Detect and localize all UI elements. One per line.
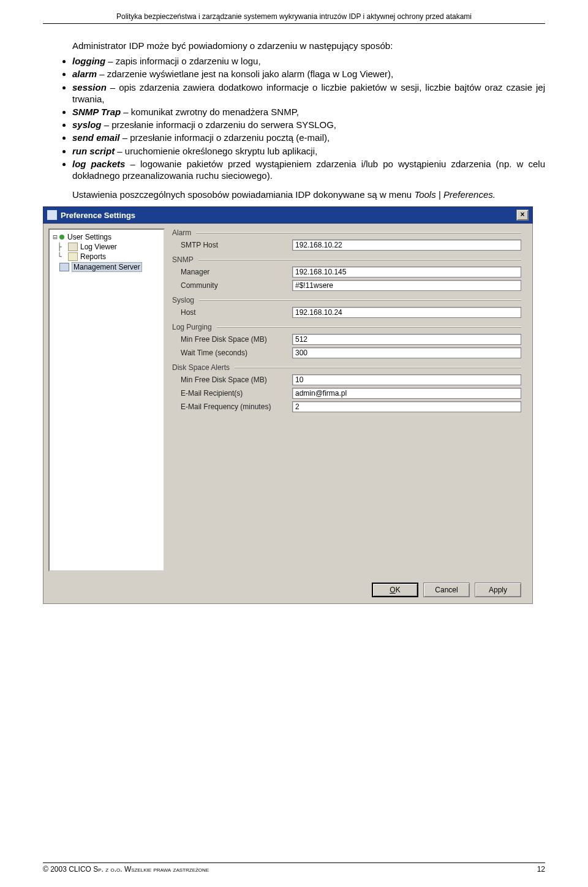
apply-button[interactable]: Apply [475,583,521,597]
label-wait-time: Wait Time (seconds) [181,349,292,357]
preference-dialog-figure: Preference Settings × ⊟ User Settings ├ … [43,206,533,604]
list-item: send email – przesłanie informacji o zda… [72,132,545,143]
label-community: Community [181,281,292,290]
bullet-list: logging – zapis informacji o zdarzeniu w… [43,55,545,181]
label-manager: Manager [181,268,292,276]
reports-icon [68,252,78,261]
nav-tree[interactable]: ⊟ User Settings ├ Log Viewer └ Reports [48,228,165,572]
list-item: alarm – zdarzenie wyświetlane jest na ko… [72,68,545,80]
dialog-body: ⊟ User Settings ├ Log Viewer └ Reports [43,224,533,604]
label-email-recip: E-Mail Recipient(s) [181,389,292,398]
page-number: 12 [537,865,545,874]
server-icon [59,263,69,271]
page-footer: © 2003 CLICO Sp. z o.o. Wszelkie prawa z… [43,862,545,874]
label-host: Host [181,308,292,317]
dialog-title: Preference Settings [61,211,135,220]
page-header: Polityka bezpieczeństwa i zarządzanie sy… [43,12,545,24]
community-input[interactable] [292,280,521,291]
tree-node-log-viewer[interactable]: ├ Log Viewer [51,242,162,252]
dialog-titlebar[interactable]: Preference Settings × [43,206,533,224]
tree-node-user-settings[interactable]: ⊟ User Settings [51,232,162,242]
host-input[interactable] [292,307,521,318]
lp-min-free-input[interactable] [292,334,521,345]
intro-paragraph: Administrator IDP może być powiadomiony … [43,40,545,51]
tree-node-management-server[interactable]: Management Server [51,262,162,273]
label-min-free-da: Min Free Disk Space (MB) [181,376,292,384]
group-syslog: Syslog Host [172,296,521,318]
group-alarm: Alarm SMTP Host [172,228,521,251]
tree-node-reports[interactable]: └ Reports [51,252,162,262]
da-min-free-input[interactable] [292,374,521,385]
list-item: log packets – logowanie pakietów przed w… [72,158,545,181]
label-min-free-lp: Min Free Disk Space (MB) [181,335,292,344]
group-snmp: SNMP Manager Community [172,255,521,291]
log-viewer-icon [68,243,78,251]
smtp-host-input[interactable] [292,240,521,251]
list-item: syslog – przesłanie informacji o zdarzen… [72,119,545,130]
tree-collapse-icon[interactable]: ⊟ [51,233,59,241]
dialog-button-bar: OK Cancel Apply [372,583,521,597]
close-icon[interactable]: × [516,209,529,221]
list-item: session – opis zdarzenia zawiera dodatko… [72,81,545,105]
app-icon [47,210,57,220]
lp-wait-input[interactable] [292,347,521,358]
list-item: logging – zapis informacji o zdarzeniu w… [72,55,545,67]
group-log-purging: Log Purging Min Free Disk Space (MB) Wai… [172,323,521,358]
list-item: SNMP Trap – komunikat zwrotny do menadże… [72,106,545,118]
manager-input[interactable] [292,266,521,277]
group-disk-alerts: Disk Space Alerts Min Free Disk Space (M… [172,363,521,412]
label-smtp-host: SMTP Host [181,241,292,249]
list-item: run script – uruchomienie określonego sk… [72,145,545,157]
status-dot-icon [59,235,64,240]
da-email-freq-input[interactable] [292,401,521,412]
tools-paragraph: Ustawienia poszczególnych sposobów powia… [43,189,545,200]
cancel-button[interactable]: Cancel [423,583,470,597]
label-email-freq: E-Mail Frequency (minutes) [181,402,292,411]
ok-button[interactable]: OK [372,583,418,597]
settings-form: Alarm SMTP Host SNMP Manager Community [165,224,532,603]
copyright: © 2003 CLICO Sp. z o.o. Wszelkie prawa z… [43,865,209,874]
da-email-recip-input[interactable] [292,388,521,399]
